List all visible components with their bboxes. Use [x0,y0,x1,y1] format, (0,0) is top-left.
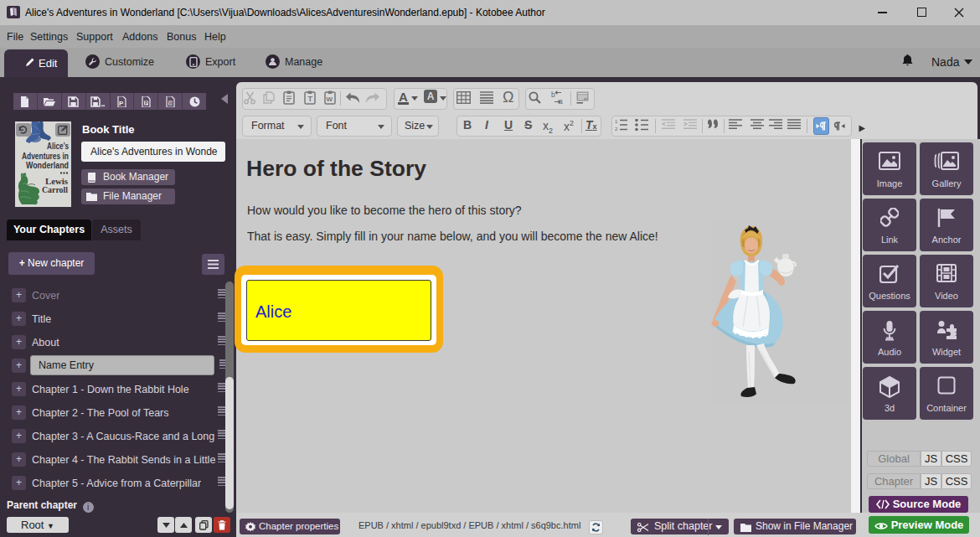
svg-text:W: W [327,96,333,103]
svg-text:Adventures in: Adventures in [22,152,69,161]
svg-text:W: W [168,100,173,105]
svg-text:T: T [307,95,312,103]
svg-text:1: 1 [615,119,618,124]
svg-text:Wonderland: Wonderland [26,161,69,170]
svg-text:Alice’s: Alice’s [47,142,69,151]
svg-text:b: b [551,90,555,99]
svg-text:Carroll: Carroll [42,184,68,194]
svg-text:2: 2 [615,127,618,132]
svg-text:P: P [145,100,148,105]
svg-text:P: P [119,99,124,106]
